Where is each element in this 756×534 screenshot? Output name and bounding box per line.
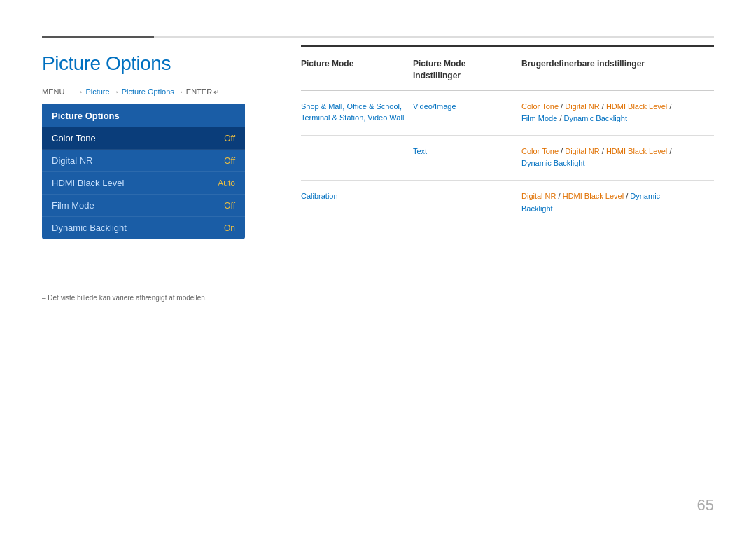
menu-icon: MENU [42, 87, 64, 96]
digital-nr-link-1: Digital NR [565, 102, 600, 111]
table-header-row: Picture Mode Picture ModeIndstillinger B… [301, 58, 714, 91]
table-header-brugerdefinerbare: Brugerdefinerbare indstillinger [522, 58, 714, 82]
table-row-1-col3: Color Tone / Digital NR / HDMI Black Lev… [522, 101, 714, 125]
film-mode-link-1: Film Mode [522, 114, 557, 122]
table-top-line [301, 45, 714, 47]
menu-item-color-tone-value: Off [224, 134, 235, 143]
table-row-1-col2: Video/Image [413, 101, 522, 113]
dynamic-backlight-link-1: Dynamic Backlight [564, 114, 627, 122]
menu-icon-symbol: ☰ [67, 88, 74, 96]
digital-nr-link-2: Digital NR [565, 147, 600, 155]
color-tone-link-2: Color Tone [522, 147, 559, 155]
table-row-1-col1: Shop & Mall, Office & School,Terminal & … [301, 101, 413, 124]
breadcrumb: MENU ☰ → Picture → Picture Options → ENT… [42, 87, 219, 96]
menu-item-hdmi-black-level-value: Auto [218, 178, 235, 188]
menu-item-digital-nr-label: Digital NR [52, 155, 93, 166]
enter-icon: ↵ [214, 88, 219, 96]
menu-item-hdmi-black-level-label: HDMI Black Level [52, 178, 124, 188]
hdmi-black-level-link-2: HDMI Black Level [606, 147, 667, 155]
table-header-picture-mode: Picture Mode [301, 58, 413, 82]
arrow-2: → [112, 87, 120, 96]
menu-item-color-tone-label: Color Tone [52, 133, 96, 143]
hdmi-black-level-link-1: HDMI Black Level [606, 102, 667, 111]
menu-item-color-tone[interactable]: Color Tone Off [42, 127, 245, 150]
dynamic-backlight-link-2: Dynamic Backlight [522, 159, 584, 167]
sep3: / [669, 102, 671, 111]
menu-item-dynamic-backlight-label: Dynamic Backlight [52, 223, 127, 233]
page-title: Picture Options [42, 52, 171, 75]
menu-item-film-mode[interactable]: Film Mode Off [42, 195, 245, 217]
menu-item-film-mode-label: Film Mode [52, 200, 94, 211]
menu-item-digital-nr[interactable]: Digital NR Off [42, 150, 245, 172]
menu-item-dynamic-backlight-value: On [224, 223, 235, 233]
table-row-2-col3: Color Tone / Digital NR / HDMI Black Lev… [522, 146, 714, 170]
table-area: Picture Mode Picture ModeIndstillinger B… [301, 45, 714, 225]
menu-item-film-mode-value: Off [224, 201, 235, 211]
color-tone-link-1: Color Tone [522, 102, 559, 111]
hdmi-black-level-link-3: HDMI Black Level [563, 192, 624, 200]
table-row-3: Calibration Digital NR / HDMI Black Leve… [301, 181, 714, 225]
menu-item-dynamic-backlight[interactable]: Dynamic Backlight On [42, 217, 245, 239]
table-row-3-col1: Calibration [301, 190, 413, 202]
sep7: / [669, 147, 671, 155]
digital-nr-link-3: Digital NR [522, 192, 556, 200]
menu-item-digital-nr-value: Off [224, 156, 235, 166]
arrow-3: → [176, 87, 184, 96]
breadcrumb-enter: ENTER [186, 87, 212, 96]
page-container: Picture Options MENU ☰ → Picture → Pictu… [0, 0, 756, 534]
menu-item-hdmi-black-level[interactable]: HDMI Black Level Auto [42, 172, 245, 195]
table-row-2: Text Color Tone / Digital NR / HDMI Blac… [301, 136, 714, 181]
arrow-1: → [76, 87, 83, 96]
breadcrumb-picture-options[interactable]: Picture Options [122, 87, 174, 96]
table-row-1: Shop & Mall, Office & School,Terminal & … [301, 91, 714, 136]
page-number: 65 [697, 496, 714, 514]
top-decorative-line [42, 36, 714, 38]
picture-options-menu: Picture Options Color Tone Off Digital N… [42, 104, 245, 239]
note-text: – Det viste billede kan variere afhængig… [42, 294, 207, 302]
table-header-picture-mode-indstillinger: Picture ModeIndstillinger [413, 58, 522, 82]
breadcrumb-picture[interactable]: Picture [85, 87, 109, 96]
table-row-3-col3: Digital NR / HDMI Black Level / DynamicB… [522, 190, 714, 215]
table-row-2-col2: Text [413, 146, 522, 157]
menu-box-title: Picture Options [42, 104, 245, 127]
